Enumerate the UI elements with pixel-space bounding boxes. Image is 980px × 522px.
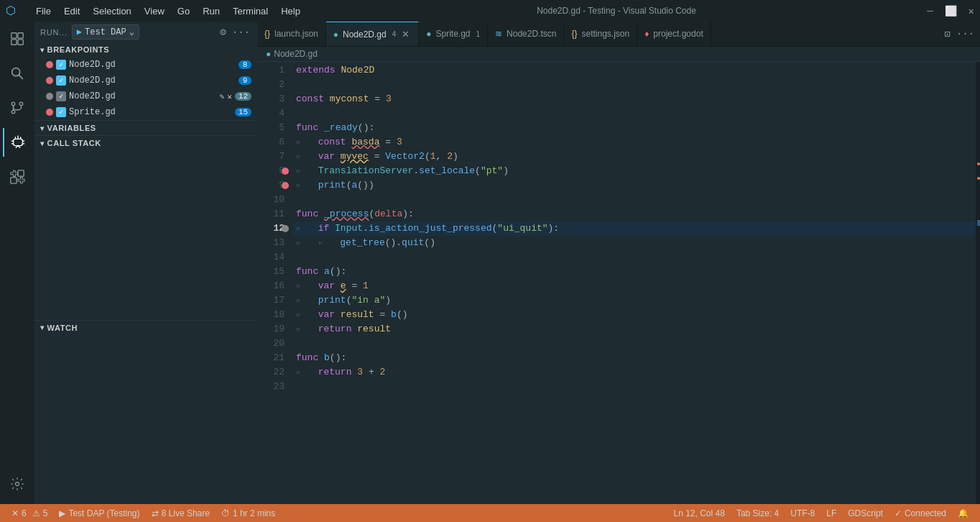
activity-bottom — [3, 470, 32, 504]
status-position[interactable]: Ln 12, Col 48 — [667, 504, 730, 522]
bp-checkbox-2[interactable]: ✓ — [56, 75, 66, 86]
menu-go[interactable]: Go — [172, 4, 195, 18]
status-tab-size[interactable]: Tab Size: 4 — [731, 504, 785, 522]
activity-source-control[interactable] — [3, 93, 32, 122]
variables-chevron: ▾ — [40, 124, 45, 132]
svg-rect-18 — [18, 170, 24, 176]
run-header: RUN... ▶ Test DAP ⌄ ⚙ ··· — [34, 22, 257, 42]
status-encoding[interactable]: UTF-8 — [785, 504, 820, 522]
vscode-logo: ⬡ — [6, 4, 16, 18]
checkmark-icon: ✓ — [895, 508, 902, 518]
breakpoints-header[interactable]: ▾ BREAKPOINTS — [34, 42, 257, 57]
settings-gear-icon[interactable]: ⚙ — [218, 24, 227, 40]
bp-close-icon[interactable]: ✕ — [227, 92, 232, 101]
callstack-title: CALL STACK — [47, 139, 101, 147]
bp-checkbox-3[interactable]: ✓ — [56, 91, 66, 101]
watch-title: WATCH — [47, 324, 78, 332]
tab-launch-json[interactable]: {} launch.json — [257, 22, 326, 47]
svg-rect-3 — [18, 40, 23, 45]
menu-help[interactable]: Help — [275, 4, 306, 18]
minimap-gutter — [976, 62, 980, 504]
bp-line-2: 9 — [239, 76, 251, 85]
activity-debug[interactable] — [3, 128, 32, 157]
variables-header[interactable]: ▾ VARIABLES — [34, 121, 257, 135]
bell-icon: 🔔 — [958, 508, 969, 518]
live-share-label: 8 Live Share — [162, 508, 210, 518]
tab-node2d-tscn[interactable]: ≋ Node2D.tscn — [488, 22, 564, 47]
run-controls: ▶ Test DAP ⌄ — [72, 24, 215, 40]
code-body: extends Node2D const myconst = 3 func _r… — [293, 62, 980, 504]
breadcrumb: ● Node2D.gd — [257, 47, 980, 62]
tab-node2d-gd[interactable]: ● Node2D.gd 4 ✕ — [326, 22, 420, 47]
bp-filename-2: Node2D.gd — [69, 75, 236, 86]
activity-extensions[interactable] — [3, 162, 32, 191]
split-editor-icon[interactable]: ⊡ — [943, 27, 951, 42]
status-live-share[interactable]: ⇄ 8 Live Share — [146, 504, 216, 522]
breakpoint-item-1[interactable]: ✓ Node2D.gd 8 — [34, 57, 257, 73]
svg-point-7 — [19, 102, 23, 106]
bp-dot-4 — [46, 109, 53, 116]
breakpoint-item-4[interactable]: ✓ Sprite.gd 15 — [34, 104, 257, 120]
tab-settings-json[interactable]: {} settings.json — [564, 22, 637, 47]
activity-explorer[interactable] — [3, 24, 32, 53]
connected-label: Connected — [905, 508, 946, 518]
error-icon: ✕ — [11, 508, 19, 518]
bp-edit-icons: ✎ ✕ — [220, 92, 232, 101]
bp-edit-icon[interactable]: ✎ — [220, 92, 225, 101]
breakpoints-section: ▾ BREAKPOINTS ✓ Node2D.gd 8 ✓ Node2D.gd … — [34, 42, 257, 121]
minimize-button[interactable]: — — [927, 5, 933, 17]
tab-icon-tscn: ≋ — [495, 29, 502, 39]
sidebar-toolbar: ⚙ ··· — [218, 24, 251, 40]
watch-header[interactable]: ▾ WATCH — [34, 321, 257, 335]
breakpoint-item-2[interactable]: ✓ Node2D.gd 9 — [34, 73, 257, 88]
code-container[interactable]: 12345 678910 11121314 1516171819 2021222… — [257, 62, 980, 504]
maximize-button[interactable]: ⬜ — [945, 5, 957, 17]
tab-sprite-gd[interactable]: ● Sprite.gd 1 — [419, 22, 488, 47]
bp-checkbox-1[interactable]: ✓ — [56, 60, 66, 70]
bp-filename-4: Sprite.gd — [69, 107, 232, 117]
status-line-ending[interactable]: LF — [820, 504, 842, 522]
status-timer[interactable]: ⏱ 1 hr 2 mins — [216, 504, 281, 522]
bp-line-3: 12 — [235, 92, 251, 101]
bp-dot-2 — [46, 77, 53, 84]
status-notifications[interactable]: 🔔 — [952, 504, 974, 522]
activity-search[interactable] — [3, 59, 32, 88]
menu-run[interactable]: Run — [197, 4, 226, 18]
more-tabs-icon[interactable]: ··· — [955, 27, 976, 41]
menu-file[interactable]: File — [30, 4, 57, 18]
run-config-dropdown[interactable]: ▶ Test DAP ⌄ — [72, 24, 139, 40]
code-line-13: ▹ ▹ get_tree().quit() — [293, 236, 980, 250]
more-options-icon[interactable]: ··· — [231, 25, 251, 40]
code-line-9: ▹ print(a()) — [293, 178, 980, 193]
warning-icon: ⚠ — [32, 508, 40, 518]
breadcrumb-filename[interactable]: Node2D.gd — [274, 49, 318, 59]
tab-project-godot[interactable]: ♦ project.godot — [637, 22, 711, 47]
close-button[interactable]: ✕ — [969, 5, 974, 17]
status-debug-config[interactable]: ▶ Test DAP (Testing) — [53, 504, 145, 522]
status-language[interactable]: GDScript — [842, 504, 889, 522]
menu-view[interactable]: View — [139, 4, 170, 18]
status-errors[interactable]: ✕ 6 ⚠ 5 — [6, 504, 53, 522]
code-line-3: const myconst = 3 — [293, 92, 980, 106]
code-line-18: ▹ var result = b() — [293, 308, 980, 322]
activity-settings[interactable] — [3, 470, 32, 498]
tab-label-godot: project.godot — [653, 29, 703, 39]
bp-checkbox-4[interactable]: ✓ — [56, 107, 66, 117]
breakpoints-chevron: ▾ — [40, 46, 45, 54]
play-icon: ▶ — [77, 27, 82, 37]
tab-icon-node2d: ● — [333, 29, 338, 40]
menu-selection[interactable]: Selection — [87, 4, 137, 18]
svg-rect-0 — [11, 33, 17, 38]
code-line-8: ▹ TranslationServer.set_locale("pt") — [293, 164, 980, 178]
window-controls: — ⬜ ✕ — [927, 5, 974, 17]
tab-close-node2d[interactable]: ✕ — [400, 27, 411, 41]
tab-count-sprite: 1 — [476, 30, 481, 38]
encoding-label: UTF-8 — [790, 508, 815, 518]
error-count: 6 — [22, 508, 27, 518]
menu-terminal[interactable]: Terminal — [227, 4, 274, 18]
menu-edit[interactable]: Edit — [58, 4, 85, 18]
run-config-label: Test DAP — [85, 27, 126, 37]
callstack-header[interactable]: ▾ CALL STACK — [34, 136, 257, 150]
status-connected[interactable]: ✓ Connected — [889, 504, 952, 522]
breakpoint-item-3[interactable]: ✓ Node2D.gd ✎ ✕ 12 — [34, 88, 257, 104]
